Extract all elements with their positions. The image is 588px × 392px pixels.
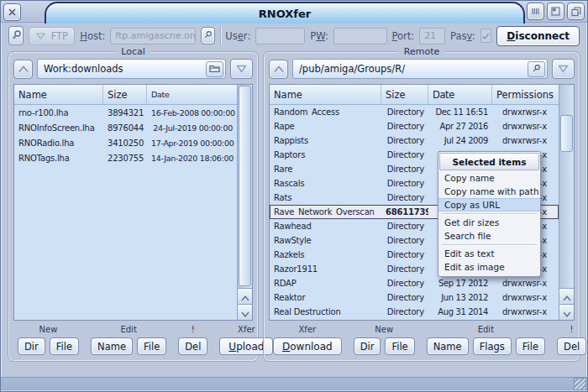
menu-item-get-dir-sizes[interactable]: Get dir sizes [438, 216, 540, 229]
close-button[interactable] [3, 3, 21, 21]
remote-scrollbar[interactable] [559, 85, 574, 320]
remote-path-value: /pub/amiga/Groups/R/ [299, 63, 528, 75]
remote-cell-size: Directory [381, 122, 428, 131]
remote-cell-size: Directory [381, 179, 428, 188]
remote-file-row-real-destruction[interactable]: Real DestructionDirectoryAug 31 2014drwx… [270, 305, 559, 319]
local-folder-button[interactable] [206, 61, 223, 77]
zoom-button[interactable] [547, 3, 564, 20]
host-search-button[interactable] [201, 27, 215, 44]
titlebar[interactable]: RNOXfer [1, 1, 587, 23]
local-path-field[interactable]: Work:downloads [37, 59, 226, 79]
pasv-checkbox[interactable] [480, 29, 492, 43]
local-cell-size: 3894321 [103, 108, 147, 118]
close-icon [8, 8, 17, 17]
depth-button[interactable] [567, 3, 585, 20]
remote-cell-size: Directory [381, 250, 428, 259]
remote-scroll-up-button[interactable] [559, 288, 574, 304]
menu-item-edit-as-image[interactable]: Edit as image [438, 260, 540, 274]
remote-scroll-down-button[interactable] [559, 304, 574, 320]
pw-input[interactable] [333, 28, 387, 44]
remote-cell-size: Directory [381, 307, 428, 316]
local-edit-file-button[interactable]: File [137, 337, 166, 355]
search-icon [203, 29, 213, 42]
local-scrollbar-track[interactable] [238, 85, 252, 288]
menu-item-edit-as-text[interactable]: Edit as text [438, 247, 540, 260]
connection-list-button[interactable] [8, 26, 24, 45]
local-edit-name-button[interactable]: Name [91, 337, 133, 355]
remote-path-field[interactable]: /pub/amiga/Groups/R/ [292, 59, 548, 79]
local-cell-date: 17-Apr-2019 00:00:00 [147, 139, 237, 148]
remote-file-row-rappists[interactable]: RappistsDirectoryJul 24 2009drwxrwsr-x [270, 133, 559, 148]
remote-group-edit: EditNameFlagsFile [423, 325, 549, 355]
menu-item-copy-name-with-path[interactable]: Copy name with path [438, 185, 540, 198]
remote-edit-flags-button[interactable]: Flags [473, 337, 512, 355]
local-parent-dir-button[interactable] [13, 60, 33, 79]
user-input[interactable] [255, 28, 305, 44]
remote-legend: Remote [398, 45, 445, 58]
protocol-cycle[interactable]: FTP [29, 27, 75, 45]
remote--del-button[interactable]: Del [557, 337, 586, 355]
local-scrollbar-thumb[interactable] [239, 86, 251, 286]
arrow-up-icon [563, 289, 571, 305]
remote-new-file-button[interactable]: File [385, 337, 414, 355]
remote-file-row-random-access[interactable]: Random_AccessDirectoryDec 11 16:51drwxrw… [270, 105, 559, 119]
disconnect-button[interactable]: Disconnect [496, 26, 580, 46]
local-new-dir-button[interactable]: Dir [18, 337, 45, 355]
remote-file-row-rape[interactable]: RapeDirectoryApr 27 2016drwxrwsr-x [270, 119, 559, 133]
menu-item-copy-name[interactable]: Copy name [438, 171, 540, 185]
remote-column-header-permissions[interactable]: Permissions [492, 85, 559, 104]
local--del-button[interactable]: Del [178, 337, 207, 355]
menu-separator [442, 244, 537, 245]
local-cell-name: RNOTags.lha [14, 154, 103, 163]
remote-file-row-reaktor[interactable]: ReaktorDirectoryJun 13 2012drwxrwsr-x [270, 290, 559, 305]
local-file-row-rnoradio-lha[interactable]: RNORadio.lha341025017-Apr-2019 00:00:00 [14, 135, 237, 150]
remote-column-header-name[interactable]: Name [270, 85, 381, 104]
remote-edit-file-button[interactable]: File [516, 337, 545, 355]
menu-item-search-file[interactable]: Search file [438, 229, 540, 243]
group-label: New [39, 325, 58, 334]
arrow-down-icon [241, 305, 249, 321]
local-cell-size: 3410250 [103, 139, 147, 148]
remote-scrollbar-track[interactable] [559, 85, 574, 288]
host-input[interactable]: ftp.amigascne.org [110, 28, 195, 44]
window-title: RNOXfer [259, 8, 311, 20]
remote-xfer-download-button[interactable]: Download [273, 337, 342, 355]
remote-scrollbar-thumb[interactable] [560, 115, 573, 152]
remote-search-button[interactable] [528, 61, 545, 77]
resize-grip[interactable] [574, 378, 586, 390]
remote-cell-name: RawStyle [270, 236, 381, 245]
group-label: ! [570, 325, 574, 334]
local-new-file-button[interactable]: File [50, 337, 79, 355]
iconify-button[interactable] [527, 3, 544, 20]
remote-edit-name-button[interactable]: Name [427, 337, 469, 355]
remote-path-history-button[interactable] [552, 59, 575, 79]
arrow-down-icon [563, 305, 571, 321]
local-file-row-rno-r100-lha[interactable]: rno-r100.lha389432116-Feb-2008 00:00:00 [14, 105, 237, 120]
remote-cell-name: Real Destruction [270, 307, 381, 316]
remote-group-xfer: XferDownload [269, 325, 346, 355]
local-file-row-rnoinfoscreen-lha[interactable]: RNOInfoScreen.lha897604424-Jul-2019 00:0… [14, 120, 237, 135]
remote-column-header-date[interactable]: Date [428, 85, 492, 104]
remote-new-dir-button[interactable]: Dir [354, 337, 381, 355]
local-group-new: NewDirFile [13, 325, 83, 355]
remote-cell-size: Directory [381, 136, 428, 145]
port-input[interactable]: 21 [419, 28, 445, 44]
remote-column-header-size[interactable]: Size [381, 85, 428, 104]
remote-cell-size: 68611739 [381, 207, 428, 217]
remote-file-row-rdap[interactable]: RDAPDirectorySep 17 2012drwxrwsr-x [270, 276, 559, 290]
remote-cell-size: Directory [381, 107, 428, 117]
remote-parent-dir-button[interactable] [269, 60, 288, 79]
local-scroll-down-button[interactable] [238, 304, 252, 320]
remote-cell-perm: drwxrwsr-x [492, 107, 559, 117]
iconify-icon [531, 7, 540, 16]
menu-item-copy-as-url[interactable]: Copy as URL [438, 198, 540, 212]
local-column-header-name[interactable]: Name [14, 85, 103, 104]
checkmark-icon [481, 28, 490, 44]
local-column-header-date[interactable]: Date [147, 85, 237, 104]
local-scroll-up-button[interactable] [238, 288, 252, 304]
local-file-row-rnotags-lha[interactable]: RNOTags.lha223075514-Jan-2020 18:06:00 [14, 150, 237, 165]
remote-cell-size: Directory [381, 222, 428, 231]
local-scrollbar[interactable] [237, 85, 252, 320]
local-path-history-button[interactable] [230, 59, 253, 79]
local-column-header-size[interactable]: Size [103, 85, 147, 104]
